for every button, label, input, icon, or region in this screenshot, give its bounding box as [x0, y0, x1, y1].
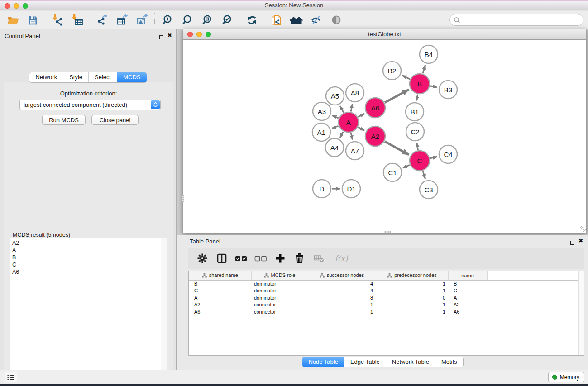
- close-view-button[interactable]: [187, 32, 193, 37]
- window-edge-handle[interactable]: [182, 195, 184, 202]
- float-table-panel-icon[interactable]: [570, 238, 574, 247]
- search-input[interactable]: [460, 15, 583, 24]
- cell-successor-nodes[interactable]: 4: [308, 287, 376, 295]
- graph-edge-A-A5[interactable]: [340, 106, 343, 112]
- clone-network-button[interactable]: [267, 12, 287, 28]
- graph-node-C2[interactable]: C2: [406, 123, 424, 141]
- table-row[interactable]: Bdominator41B: [189, 280, 584, 287]
- graph-node-A2[interactable]: A2: [365, 126, 385, 146]
- close-panel-icon[interactable]: ✖: [167, 32, 172, 38]
- graph-node-A7[interactable]: A7: [346, 142, 364, 160]
- import-network-button[interactable]: [48, 12, 67, 28]
- export-network-button[interactable]: [92, 12, 112, 28]
- graph-node-B1[interactable]: B1: [406, 103, 424, 121]
- import-table-button[interactable]: [67, 12, 87, 28]
- cell-MCDS-role[interactable]: dominator: [251, 287, 308, 295]
- graph-edge-A-A8[interactable]: [351, 104, 353, 111]
- column-header-successor-nodes[interactable]: successor nodes: [308, 271, 376, 280]
- graph-node-A8[interactable]: A8: [346, 84, 364, 102]
- table-row[interactable]: Adominator80A: [189, 294, 584, 301]
- graph-node-B3[interactable]: B3: [439, 81, 457, 99]
- cell-MCDS-role[interactable]: connector: [251, 301, 308, 309]
- graph-node-C4[interactable]: C4: [439, 145, 457, 163]
- cell-shared-name[interactable]: A: [189, 294, 251, 301]
- delete-columns-button[interactable]: [292, 252, 307, 265]
- cell-predecessor-nodes[interactable]: 1: [376, 287, 448, 295]
- cell-MCDS-role[interactable]: connector: [251, 308, 308, 315]
- cell-predecessor-nodes[interactable]: 0: [376, 294, 448, 301]
- table-row[interactable]: A2connector11A2: [189, 301, 584, 309]
- network-window-controls[interactable]: [187, 32, 211, 37]
- close-table-panel-icon[interactable]: ✖: [578, 238, 583, 244]
- graph-edge-A-A4[interactable]: [340, 132, 343, 138]
- column-header-name[interactable]: name: [448, 271, 487, 280]
- export-table-button[interactable]: [112, 12, 132, 28]
- graph-edge-C-C2[interactable]: [417, 143, 418, 150]
- graph-node-B[interactable]: B: [410, 74, 430, 94]
- show-graphics-details-button[interactable]: [326, 12, 346, 28]
- close-window-button[interactable]: [5, 3, 10, 9]
- cell-name[interactable]: A: [448, 294, 487, 301]
- network-graph[interactable]: B4B2BB3A5A8A6B1A3AC2A1A2A4A7C4CC1C3DD1: [183, 40, 586, 232]
- tab-style[interactable]: Style: [63, 72, 89, 82]
- zoom-window-button[interactable]: [23, 3, 28, 9]
- window-resize-grip[interactable]: [580, 226, 586, 232]
- column-visibility-button[interactable]: [214, 252, 229, 265]
- table-row[interactable]: A6connector11A6: [189, 308, 584, 315]
- hide-selected-button[interactable]: [306, 12, 326, 28]
- cell-successor-nodes[interactable]: 8: [308, 294, 376, 301]
- network-window-titlebar[interactable]: testGlobe.txt: [182, 29, 587, 40]
- table-row[interactable]: Cdominator41C: [189, 287, 584, 295]
- criterion-dropdown[interactable]: largest connected component (directed): [19, 100, 161, 110]
- cell-name[interactable]: C: [448, 287, 487, 295]
- save-session-button[interactable]: [23, 12, 43, 28]
- table-tab-network-table[interactable]: Network Table: [386, 357, 435, 367]
- graph-node-C3[interactable]: C3: [420, 181, 438, 199]
- tab-network[interactable]: Network: [29, 72, 63, 82]
- memory-button[interactable]: Memory: [548, 372, 584, 382]
- graph-node-B4[interactable]: B4: [420, 45, 438, 63]
- cell-predecessor-nodes[interactable]: 1: [376, 301, 448, 309]
- graph-edge-A2-C[interactable]: [385, 142, 409, 155]
- zoom-fit-button[interactable]: [197, 12, 217, 28]
- graph-node-A[interactable]: A: [339, 112, 359, 132]
- cell-shared-name[interactable]: C: [189, 287, 251, 295]
- minimize-view-button[interactable]: [196, 32, 202, 37]
- graph-node-C1[interactable]: C1: [383, 163, 402, 181]
- table-header-row[interactable]: shared nameMCDS rolesuccessor nodesprede…: [189, 271, 584, 280]
- table-tab-motifs[interactable]: Motifs: [435, 357, 463, 367]
- cell-MCDS-role[interactable]: dominator: [251, 280, 308, 287]
- graph-edge-B-B2[interactable]: [402, 76, 410, 79]
- column-header-shared-name[interactable]: shared name: [189, 271, 251, 280]
- graph-node-A3[interactable]: A3: [313, 102, 331, 120]
- cell-name[interactable]: A2: [448, 301, 487, 309]
- zoom-view-button[interactable]: [206, 32, 211, 37]
- graph-node-A5[interactable]: A5: [326, 87, 344, 105]
- table-tab-edge-table[interactable]: Edge Table: [344, 357, 386, 367]
- tab-select[interactable]: Select: [89, 72, 117, 82]
- export-image-button[interactable]: [132, 12, 152, 28]
- deselect-all-rows-button[interactable]: [253, 252, 268, 265]
- close-panel-button[interactable]: Close panel: [91, 115, 139, 125]
- graph-edge-A-A3[interactable]: [332, 115, 339, 118]
- zoom-out-button[interactable]: [177, 12, 197, 28]
- zoom-selected-button[interactable]: [217, 12, 237, 28]
- node-table[interactable]: shared nameMCDS rolesuccessor nodesprede…: [189, 271, 584, 315]
- refresh-layout-button[interactable]: [242, 12, 262, 28]
- table-tab-node-table[interactable]: Node Table: [302, 357, 344, 367]
- task-history-button[interactable]: [5, 372, 17, 382]
- graph-edge-C-C3[interactable]: [423, 171, 425, 179]
- list-scrollbar[interactable]: [161, 238, 167, 386]
- mcds-result-item[interactable]: C: [12, 261, 165, 268]
- minimize-window-button[interactable]: [14, 3, 19, 9]
- cell-shared-name[interactable]: A6: [189, 308, 251, 315]
- graph-edge-A6-B[interactable]: [385, 90, 409, 103]
- cell-shared-name[interactable]: B: [189, 280, 251, 287]
- cell-successor-nodes[interactable]: 1: [308, 308, 376, 315]
- cell-successor-nodes[interactable]: 4: [308, 280, 376, 287]
- graph-edge-B-B3[interactable]: [430, 86, 437, 87]
- search-field[interactable]: [449, 14, 583, 26]
- cell-name[interactable]: B: [448, 280, 487, 287]
- delete-table-button[interactable]: [311, 252, 327, 265]
- graph-edge-A-A6[interactable]: [358, 114, 364, 117]
